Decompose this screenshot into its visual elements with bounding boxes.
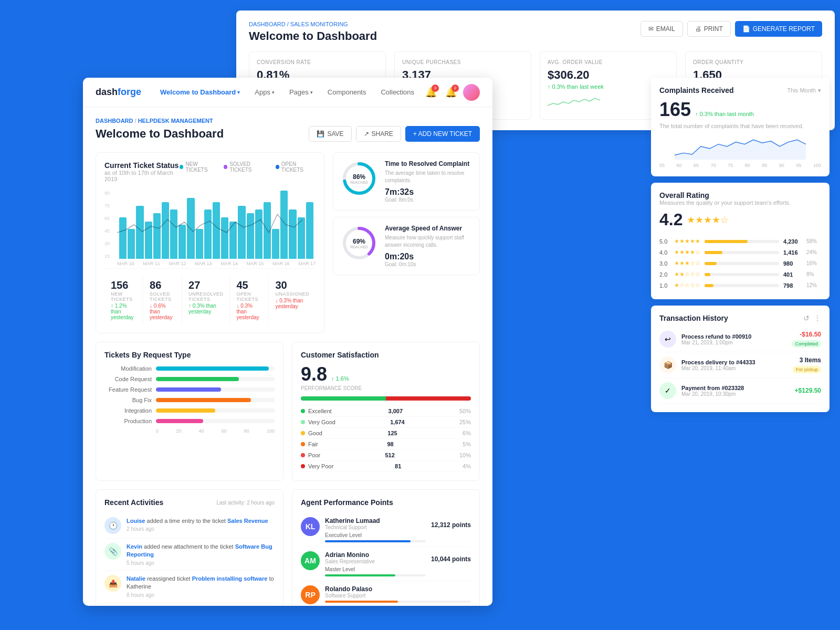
chevron-down-icon: ▾ [310, 90, 313, 95]
chart-label: MAR 17 [298, 261, 316, 266]
cs-row: Very Good 1,674 25% [301, 417, 471, 428]
request-type-card: Tickets By Request Type Modification Cod… [96, 342, 284, 481]
last-activity: Last activity: 2 hours ago [216, 500, 275, 506]
stat-unresolved: 27 UNRESOLVED TICKETS ↑ 0.3% than yester… [182, 275, 230, 324]
stat-unassigned: 30 UNASSIGNED ↓ 0.3% than yesterday [269, 275, 316, 324]
txn-status: For pickup [793, 366, 821, 373]
complaints-card: Complaints Received This Month ▾ 165 ↑ 0… [651, 78, 830, 176]
chart-legend: NEW TICKETS SOLVED TICKETS OPEN TICKETS [180, 161, 316, 173]
ticket-chart-subtitle: as of 10th to 17th of March 2019 [104, 170, 180, 182]
stat-new-tickets: 156 NEW TICKETS ↑ 1.2% than yesterday [104, 275, 143, 324]
save-icon: 💾 [317, 130, 324, 138]
txn-amount: 3 Items [793, 356, 821, 364]
print-icon: 🖨 [695, 25, 701, 33]
nav-logo: dashforge [96, 87, 141, 98]
email-icon: ✉ [648, 25, 654, 33]
time-resolve-card: 86% REACHED Time to Resolved Complaint T… [333, 152, 480, 211]
recent-activities-card: Recent Activities Last activity: 2 hours… [96, 489, 284, 606]
more-icon[interactable]: ⋮ [814, 314, 821, 322]
activity-item: 💳 Katherine submitted new ticket Payment [104, 603, 275, 606]
agent-item: RP Rolando Palaso Software Support [301, 581, 471, 606]
customer-satisfaction-card: Customer Satisfaction 9.8 ↑ 1.6% PERFORM… [292, 342, 480, 481]
complaints-title: Complaints Received [659, 86, 734, 94]
agent-performance-card: Agent Performance Points KL Katherine Lu… [292, 489, 480, 606]
nav-dashboard[interactable]: Welcome to Dashboard ▾ [154, 85, 246, 99]
rating-breakdown: 5.0 ★★★★★ 4,230 58% 4.0 ★★★★☆ 1,416 24% … [659, 236, 821, 291]
chevron-down-icon: ▾ [818, 87, 821, 94]
bar-label: Integration [104, 407, 152, 414]
main-two-col: Current Ticket Status as of 10th to 17th… [96, 152, 480, 333]
agent-avatar: KL [301, 517, 320, 536]
activity-attachment-icon: 📎 [104, 543, 121, 560]
share-button[interactable]: ↗ SHARE [356, 126, 401, 142]
complaints-count: 165 [659, 99, 691, 121]
request-type-title: Tickets By Request Type [104, 351, 275, 359]
txn-item: ↩ Process refund to #00910 Mar 21, 2019,… [659, 327, 821, 352]
rating-row: 1.0 ★☆☆☆☆ 798 12% [659, 280, 821, 291]
stat-solved-tickets: 86 SOLVED TICKETS ↓ 0.6% than yesterday [143, 275, 182, 324]
legend-new: NEW TICKETS [180, 161, 217, 173]
bar-row: Modification [104, 365, 275, 372]
agent-avatar: AM [301, 551, 320, 570]
chart-label: MAR 16 [272, 261, 290, 266]
chart-label: MAR 11 [143, 261, 160, 266]
agent-title: Agent Performance Points [301, 498, 471, 507]
rating-row: 3.0 ★★★☆☆ 980 16% [659, 258, 821, 269]
alert-badge: 2 [452, 85, 459, 92]
txn-item: ✓ Payment from #023328 Mar 20, 2019, 10:… [659, 378, 821, 404]
activity-reassign-icon: 📤 [104, 575, 121, 592]
print-button[interactable]: 🖨 PRINT [687, 21, 731, 37]
txn-title: Transaction History [659, 314, 728, 322]
rating-row: 2.0 ★★☆☆☆ 401 8% [659, 269, 821, 280]
complaints-desc: The total number of complaints that have… [659, 123, 821, 129]
payment-icon: ✓ [659, 382, 676, 399]
report-icon: 📄 [742, 25, 750, 33]
email-button[interactable]: ✉ EMAIL [640, 21, 683, 37]
txn-status: Completed [792, 340, 821, 348]
cs-score: 9.8 [301, 363, 327, 385]
complaints-period[interactable]: This Month ▾ [788, 87, 821, 94]
rating-row: 4.0 ★★★★☆ 1,416 24% [659, 247, 821, 258]
axis-labels: 020406080100 [104, 428, 275, 434]
activity-item: 🕐 Louise added a time entry to the ticke… [104, 513, 275, 539]
cs-row: Poor 512 10% [301, 450, 471, 461]
chart-label: MAR 14 [220, 261, 238, 266]
notification-alert-icon[interactable]: 🔔 2 [445, 87, 457, 98]
cs-row: Very Poor 81 4% [301, 461, 471, 472]
agent-item: AM Adrian Monino Sales Representative Ma… [301, 547, 471, 581]
bar-row: Code Request [104, 376, 275, 382]
main-dashboard: dashforge Welcome to Dashboard ▾ Apps ▾ … [83, 78, 492, 606]
chart-label: MAR 10 [117, 261, 134, 266]
rating-score: 4.2 [659, 210, 682, 229]
complaints-change: ↑ 0.3% than last month [695, 111, 754, 117]
share-icon: ↗ [364, 130, 369, 138]
legend-open: OPEN TICKETS [276, 161, 316, 173]
txn-amount: -$16.50 [792, 331, 821, 338]
add-ticket-button[interactable]: + ADD NEW TICKET [405, 126, 480, 142]
nav-collections[interactable]: Collections [374, 85, 421, 99]
chart-label: MAR 12 [169, 261, 186, 266]
save-button[interactable]: 💾 SAVE [309, 126, 351, 142]
nav-apps[interactable]: Apps ▾ [248, 85, 281, 99]
agent-item: KL Katherine Lumaad Technical Support Ex… [301, 513, 471, 547]
chevron-down-icon: ▾ [272, 90, 275, 95]
refresh-icon[interactable]: ↺ [803, 314, 810, 322]
chart-label: MAR 13 [195, 261, 212, 266]
bottom-section-2: Recent Activities Last activity: 2 hours… [96, 489, 480, 606]
nav-pages[interactable]: Pages ▾ [283, 85, 319, 99]
bar-row: Integration [104, 407, 275, 414]
avg-speed-card: 69% REACHED Average Speed of Answer Meas… [333, 217, 480, 275]
notification-bell-icon[interactable]: 🔔 3 [425, 87, 437, 98]
notification-badge: 3 [432, 85, 439, 92]
activity-item: 📤 Natalie reassigned ticket Problem inst… [104, 571, 275, 603]
cs-gradient-bar [301, 396, 471, 401]
agent-avatar: RP [301, 585, 320, 604]
nav-components[interactable]: Components [321, 85, 373, 99]
chevron-down-icon: ▾ [237, 90, 240, 95]
generate-report-button[interactable]: 📄 GENERATE REPORT [735, 21, 822, 37]
time-resolve-gauge: 86% REACHED [341, 160, 377, 197]
dashboard-title: Welcome to Dashboard [96, 127, 224, 141]
dash-breadcrumb: DASHBOARD / HELPDESK MANAGEMENT [96, 118, 480, 124]
cs-label: PERFORMANCE SCORE [301, 385, 471, 391]
user-avatar[interactable] [463, 84, 480, 101]
